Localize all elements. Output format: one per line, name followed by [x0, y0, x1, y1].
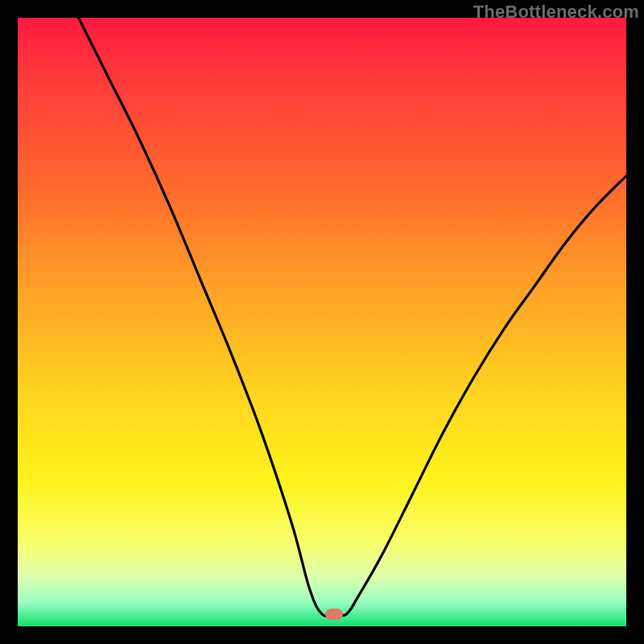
bottleneck-curve — [18, 18, 626, 626]
watermark-text: TheBottleneck.com — [473, 2, 639, 23]
chart-frame: TheBottleneck.com — [0, 0, 644, 644]
plot-area — [18, 18, 626, 626]
minimum-marker — [325, 609, 343, 620]
